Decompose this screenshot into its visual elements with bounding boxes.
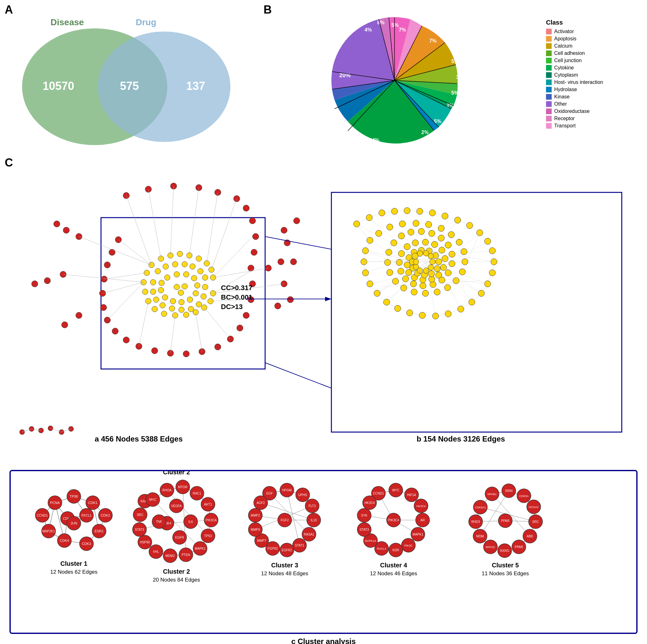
legend-color-swatch	[546, 101, 552, 107]
svg-line-146	[204, 308, 230, 339]
svg-point-131	[275, 303, 281, 309]
svg-point-77	[191, 275, 197, 281]
svg-point-129	[278, 259, 284, 265]
svg-point-49	[152, 306, 157, 312]
svg-text:5%: 5%	[451, 90, 458, 95]
svg-point-222	[429, 230, 435, 237]
svg-text:TNF: TNF	[156, 520, 162, 524]
svg-text:7%: 7%	[429, 38, 436, 44]
svg-point-214	[392, 278, 399, 285]
legend-item-label: Cell adhesion	[554, 51, 585, 56]
svg-point-209	[444, 285, 451, 291]
svg-text:CCND1: CCND1	[373, 492, 384, 495]
svg-point-102	[243, 312, 249, 319]
legend-item-label: Apoptosis	[554, 36, 576, 42]
svg-point-82	[170, 298, 176, 304]
venn-diagram: Disease Drug 10570 575 137	[9, 9, 256, 151]
svg-text:CDK4: CDK4	[60, 539, 69, 543]
legend-item-label: Hydrolase	[554, 87, 577, 92]
svg-text:MMP2: MMP2	[251, 514, 260, 517]
svg-text:5%: 5%	[451, 59, 458, 64]
svg-line-143	[213, 237, 253, 277]
legend-item-label: Receptor	[554, 116, 575, 122]
svg-point-126	[63, 227, 69, 233]
svg-point-213	[401, 285, 407, 291]
svg-text:Cluster 3: Cluster 3	[271, 562, 298, 569]
svg-text:7%: 7%	[399, 27, 406, 32]
svg-point-85	[159, 280, 164, 286]
svg-text:2%: 2%	[421, 130, 429, 135]
svg-text:PTEN: PTEN	[182, 553, 190, 557]
svg-point-118	[109, 249, 115, 255]
svg-text:STAT3: STAT3	[359, 528, 369, 532]
svg-point-226	[449, 260, 455, 267]
svg-text:12 Nodes 46 Edges: 12 Nodes 46 Edges	[370, 570, 417, 576]
legend-container: Class ActivatorApoptosisCalciumCell adhe…	[546, 19, 634, 130]
legend-color-swatch	[546, 108, 552, 114]
svg-point-136	[281, 227, 287, 233]
svg-text:STAT3: STAT3	[135, 528, 144, 532]
svg-point-71	[153, 297, 159, 303]
legend-color-swatch	[546, 79, 552, 85]
svg-point-230	[420, 283, 426, 289]
legend-item: Host- virus interaction	[546, 79, 634, 85]
legend-item: Cytoplasm	[546, 72, 634, 78]
svg-text:12 Nodes 62 Edges: 12 Nodes 62 Edges	[50, 569, 97, 575]
svg-point-96	[249, 218, 256, 224]
svg-point-47	[142, 289, 148, 295]
svg-line-147	[196, 312, 202, 352]
svg-text:VHL: VHL	[153, 550, 159, 554]
svg-point-117	[104, 262, 111, 268]
svg-text:MTOR: MTOR	[178, 485, 187, 489]
panel-c: C	[0, 155, 647, 644]
main-container: A Disease Drug 10570 575 137 B	[0, 0, 647, 644]
legend-items-container: ActivatorApoptosisCalciumCell adhesionCe…	[546, 29, 634, 129]
svg-text:4%: 4%	[365, 27, 372, 32]
svg-point-70	[160, 303, 165, 308]
svg-text:MAP2K1: MAP2K1	[42, 530, 55, 533]
svg-text:CDK2: CDK2	[101, 513, 110, 517]
svg-point-197	[376, 230, 382, 237]
svg-point-1	[98, 31, 230, 142]
svg-point-95	[243, 205, 249, 211]
svg-point-218	[391, 240, 397, 246]
svg-text:PPAR: PPAR	[501, 519, 510, 522]
svg-point-205	[461, 248, 467, 255]
legend-item-label: Oxidoreductase	[554, 108, 589, 114]
svg-text:SRC: SRC	[137, 513, 143, 516]
svg-line-137	[126, 195, 151, 265]
svg-text:Cluster 2: Cluster 2	[163, 568, 190, 575]
network-svg: CC>0.317 BC>0.001 DC>13	[0, 167, 647, 451]
svg-text:CCND1: CCND1	[37, 514, 48, 517]
svg-line-141	[207, 192, 218, 263]
svg-text:NFKB1: NFKB1	[487, 493, 496, 496]
legend-color-swatch	[546, 123, 552, 129]
svg-point-63	[202, 275, 208, 280]
svg-text:CDK5A: CDK5A	[519, 494, 529, 498]
svg-point-122	[31, 281, 38, 287]
svg-text:IL10: IL10	[310, 518, 317, 522]
svg-text:MMP9: MMP9	[251, 528, 260, 532]
svg-point-68	[178, 307, 184, 313]
legend-color-swatch	[546, 29, 552, 34]
svg-text:RXCL2: RXCL2	[377, 547, 386, 550]
legend-item: Receptor	[546, 116, 634, 122]
network-b-label: b 154 Nodes 3126 Edges	[417, 434, 505, 443]
cluster-analysis-label: c Cluster analysis	[291, 637, 356, 644]
svg-text:10570: 10570	[43, 79, 74, 92]
svg-point-124	[62, 322, 68, 328]
svg-point-212	[411, 289, 417, 295]
svg-point-227	[445, 270, 451, 276]
venn-svg: 10570 575 137	[9, 25, 256, 148]
svg-point-57	[155, 268, 161, 274]
svg-text:VEGFA: VEGFA	[171, 504, 182, 508]
svg-point-59	[172, 261, 178, 267]
svg-text:PCNA: PCNA	[50, 501, 60, 505]
svg-text:20%: 20%	[339, 72, 351, 79]
svg-text:CDK1: CDK1	[88, 501, 97, 505]
svg-point-210	[434, 289, 440, 295]
legend-item-label: Host- virus interaction	[554, 79, 603, 85]
legend-item-label: Other	[554, 101, 567, 107]
pie-chart-svg: 7% 7% 5% 3% 5% 2% 5% 2% 24% 6% 2% 20% 4%…	[322, 11, 480, 150]
svg-point-215	[386, 269, 393, 275]
